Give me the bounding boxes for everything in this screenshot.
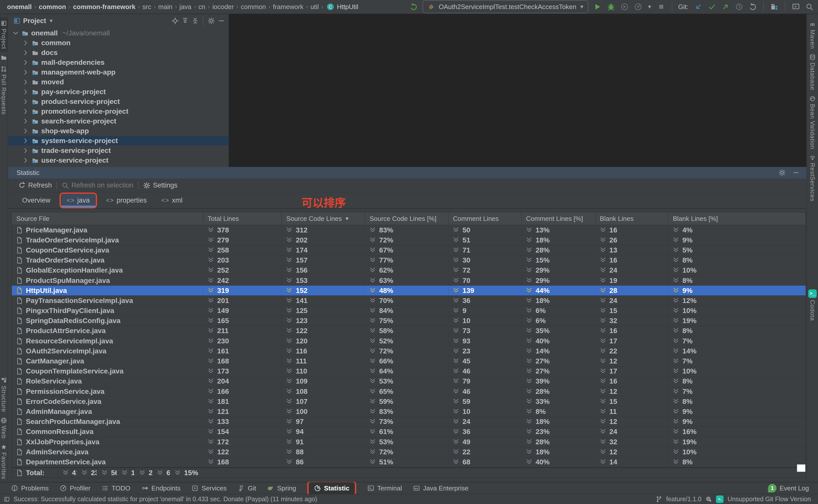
tool-window-button-spring[interactable]: Spring — [267, 484, 296, 492]
tree-item-common[interactable]: common — [8, 38, 229, 48]
column-header-source-code-lines[interactable]: Source Code Lines▼ — [282, 212, 365, 225]
history-button[interactable] — [735, 2, 744, 11]
table-row-tradeorderserviceimpl-java[interactable]: TradeOrderServiceImpl.java27920272%5118%… — [12, 235, 806, 245]
breadcrumb-item-src[interactable]: src — [141, 3, 153, 11]
globe-gear-icon[interactable] — [706, 496, 712, 502]
chevron-right-icon[interactable] — [22, 108, 29, 115]
chevron-right-icon[interactable] — [22, 118, 29, 125]
tool-window-button-services[interactable]: Services — [191, 484, 227, 492]
table-row-commonresult-java[interactable]: CommonResult.java1549461%3623%2416% — [12, 427, 806, 437]
table-row-errorcodeservice-java[interactable]: ErrorCodeService.java18110759%5933%158% — [12, 397, 806, 407]
tree-item-management-web-app[interactable]: management-web-app — [8, 67, 229, 77]
git-push-button[interactable] — [721, 2, 730, 11]
tree-item-shop-web-app[interactable]: shop-web-app — [8, 126, 229, 136]
search-everywhere-icon[interactable] — [805, 2, 814, 11]
project-structure-icon[interactable] — [770, 2, 779, 11]
editor-area[interactable] — [229, 14, 806, 167]
tool-window-button-java-enterprise[interactable]: Java Enterprise — [413, 484, 468, 492]
gitflow-terminal-icon[interactable]: >. — [716, 495, 724, 503]
breadcrumb-item-main[interactable]: main — [157, 3, 174, 11]
refresh-button[interactable]: Refresh — [18, 181, 52, 189]
table-row-searchproductmanager-java[interactable]: SearchProductManager.java1339773%2418%12… — [12, 417, 806, 427]
chevron-right-icon[interactable] — [22, 98, 29, 105]
tool-window-button-endpoints[interactable]: Endpoints — [141, 484, 180, 492]
gear-icon[interactable] — [778, 169, 786, 176]
table-row-permissionservice-java[interactable]: PermissionService.java16610865%4628%127% — [12, 387, 806, 397]
stripe-item-pull-requests[interactable]: Pull Requests — [0, 63, 8, 117]
tree-item-product-service-project[interactable]: product-service-project — [8, 97, 229, 106]
chevron-right-icon[interactable] — [22, 69, 29, 76]
breadcrumb-item-onemall[interactable]: onemall — [6, 3, 33, 11]
git-update-button[interactable] — [694, 2, 703, 11]
table-row-pricemanager-java[interactable]: PriceManager.java37831283%5013%164% — [12, 225, 806, 235]
tab-properties[interactable]: <>properties — [100, 194, 152, 207]
refresh-on-selection-button[interactable]: Refresh on selection — [62, 181, 133, 189]
chevron-right-icon[interactable] — [22, 39, 29, 46]
chevron-down-icon[interactable] — [12, 30, 19, 37]
breadcrumb-item-util[interactable]: util — [309, 3, 320, 11]
minimize-icon[interactable] — [218, 17, 225, 25]
stripe-item-maven[interactable]: mMaven — [808, 19, 816, 51]
tree-item-pay-service-project[interactable]: pay-service-project — [8, 87, 229, 97]
breadcrumb-item-iocoder[interactable]: iocoder — [211, 3, 235, 11]
tool-window-button-profiler[interactable]: Profiler — [60, 484, 90, 492]
table-row-oauth2serviceimpl-java[interactable]: OAuth2ServiceImpl.java16111672%2314%2214… — [12, 346, 806, 356]
tool-window-button-git[interactable]: Git — [238, 484, 256, 492]
table-row-springdataredisconfig-java[interactable]: SpringDataRedisConfig.java16512375%106%3… — [12, 316, 806, 326]
tree-item-mall-dependencies[interactable]: mall-dependencies — [8, 57, 229, 67]
tree-item-trade-service-project[interactable]: trade-service-project — [8, 146, 229, 155]
rollback-button[interactable] — [748, 2, 757, 11]
collapse-all-icon[interactable] — [191, 17, 199, 25]
stripe-item-web[interactable]: Web — [0, 415, 8, 441]
tree-item-search-service-project[interactable]: search-service-project — [8, 116, 229, 126]
chevron-right-icon[interactable] — [22, 137, 29, 144]
tree-item-docs[interactable]: docs — [8, 48, 229, 57]
tree-item-moved[interactable]: moved — [8, 77, 229, 87]
coverage-button[interactable] — [620, 2, 629, 11]
stripe-item-project[interactable]: Project — [0, 18, 8, 52]
stripe-item-favorites[interactable]: Favorites — [0, 441, 8, 482]
table-row-coupontemplateservice-java[interactable]: CouponTemplateService.java17311064%4627%… — [12, 366, 806, 376]
breadcrumb-item-httputil[interactable]: CHttpUtil — [324, 2, 360, 11]
tab-java[interactable]: <>java — [61, 194, 95, 207]
table-row-productattrservice-java[interactable]: ProductAttrService.java21112258%7335%168… — [12, 326, 806, 336]
table-row-productspumanager-java[interactable]: ProductSpuManager.java24215363%7029%198% — [12, 276, 806, 286]
stripe-item-structure[interactable]: Structure — [0, 374, 8, 415]
breadcrumb-item-common-framework[interactable]: common-framework — [72, 3, 137, 11]
expand-all-icon[interactable] — [181, 17, 189, 25]
chevron-right-icon[interactable] — [22, 59, 29, 66]
debug-button[interactable] — [606, 2, 616, 11]
column-header-blank-lines[interactable]: Blank Lines — [595, 212, 669, 225]
status-message[interactable]: Success: Successfully calculated statist… — [14, 495, 317, 503]
table-row-roleservice-java[interactable]: RoleService.java20410953%7939%168% — [12, 376, 806, 387]
profiler-button[interactable] — [634, 2, 643, 11]
chevron-down-icon[interactable]: ▼ — [647, 4, 652, 10]
table-row-adminservice-java[interactable]: AdminService.java1228872%2218%1210% — [12, 447, 806, 457]
table-row-total[interactable]: Total:417762351556%1208929%617215% — [12, 468, 203, 478]
git-branch-label[interactable]: feature/1.1.0 — [666, 495, 702, 503]
tree-item-promotion-service-project[interactable]: promotion-service-project — [8, 106, 229, 116]
table-row-cartmanager-java[interactable]: CartManager.java16811166%4527%127% — [12, 356, 806, 366]
tool-window-button-problems[interactable]: Problems — [11, 484, 49, 492]
tool-window-button-statistic[interactable]: Statistic — [309, 482, 355, 494]
run-button[interactable] — [593, 2, 602, 11]
chevron-right-icon[interactable] — [22, 79, 29, 86]
column-header-total-lines[interactable]: Total Lines — [203, 212, 282, 225]
tool-window-button-todo[interactable]: TODO — [101, 484, 130, 492]
breadcrumb-item-java[interactable]: java — [178, 3, 193, 11]
breadcrumb-item-cn[interactable]: cn — [197, 3, 207, 11]
gear-icon[interactable] — [208, 17, 215, 25]
table-row-paytransactionserviceimpl-java[interactable]: PayTransactionServiceImpl.java20114170%3… — [12, 296, 806, 306]
chevron-right-icon[interactable] — [22, 49, 29, 56]
table-row-tradeorderservice-java[interactable]: TradeOrderService.java20315777%3015%168% — [12, 256, 806, 266]
stripe-item-folder[interactable] — [0, 52, 8, 63]
column-header-source-file[interactable]: Source File — [12, 212, 203, 225]
table-row-resourceserviceimpl-java[interactable]: ResourceServiceImpl.java23012052%9340%17… — [12, 336, 806, 346]
chevron-right-icon[interactable] — [22, 88, 29, 95]
chevron-right-icon[interactable] — [22, 128, 29, 135]
chevron-right-icon[interactable] — [22, 147, 29, 154]
table-row-departmentservice-java[interactable]: DepartmentService.java1688651%6840%148% — [12, 457, 806, 467]
chevron-right-icon[interactable] — [22, 157, 29, 164]
breadcrumb-item-framework[interactable]: framework — [271, 3, 305, 11]
tab-overview[interactable]: Overview — [17, 194, 56, 207]
